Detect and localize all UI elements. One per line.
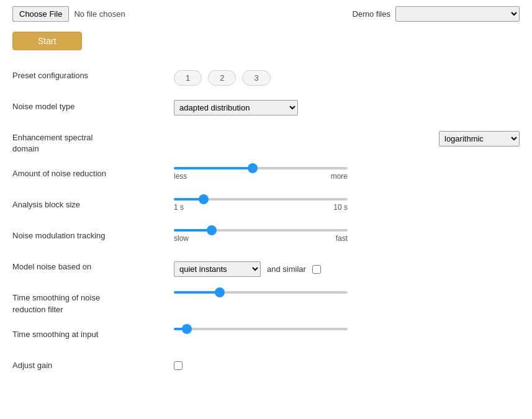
noise-modulation-slider-container: slow fast (174, 229, 348, 243)
noise-modulation-min-label: slow (174, 234, 189, 243)
start-button[interactable]: Start (12, 32, 82, 50)
noise-modulation-control: slow fast (174, 229, 520, 243)
header-left: Choose File No file chosen (12, 6, 125, 22)
noise-model-row: Noise model type adapted distribution st… (12, 94, 520, 125)
enhancement-spectral-row: Enhancement spectral domain logarithmic … (12, 125, 520, 161)
time-smoothing-input-control (174, 328, 520, 330)
noise-modulation-label: Noise modulation tracking (12, 229, 174, 241)
time-smoothing-input-slider-container (174, 328, 348, 330)
model-noise-select[interactable]: quiet instants all instants loudest inst… (174, 261, 261, 277)
time-smoothing-filter-label: Time smoothing of noise reduction filter (12, 291, 174, 315)
analysis-block-slider-container: 1 s 10 s (174, 198, 348, 212)
analysis-block-slider[interactable] (174, 198, 348, 200)
adjust-gain-checkbox[interactable] (174, 361, 183, 370)
start-button-container: Start (12, 32, 520, 63)
noise-reduction-control: less more (174, 167, 520, 181)
time-smoothing-filter-row: Time smoothing of noise reduction filter (12, 285, 520, 321)
model-noise-row: Model noise based on quiet instants all … (12, 254, 520, 285)
noise-modulation-slider[interactable] (174, 229, 348, 232)
preset-button-1[interactable]: 1 (174, 70, 202, 86)
noise-modulation-row: Noise modulation tracking slow fast (12, 223, 520, 254)
and-similar-checkbox[interactable] (312, 265, 321, 274)
noise-reduction-row: Amount of noise reduction less more (12, 161, 520, 192)
time-smoothing-input-row: Time smoothing at input (12, 322, 520, 353)
adjust-gain-label: Adjust gain (12, 359, 174, 371)
noise-reduction-labels: less more (174, 172, 348, 181)
noise-reduction-min-label: less (174, 172, 187, 181)
analysis-block-control: 1 s 10 s (174, 198, 520, 212)
adjust-gain-row: Adjust gain (12, 353, 520, 384)
noise-reduction-slider-container: less more (174, 167, 348, 181)
enhancement-spectral-label: Enhancement spectral domain (12, 131, 174, 155)
time-smoothing-input-slider[interactable] (174, 328, 348, 330)
demo-files-select[interactable] (395, 6, 520, 22)
noise-reduction-max-label: more (331, 172, 348, 181)
time-smoothing-filter-slider-container (174, 291, 348, 294)
analysis-block-row: Analysis block size 1 s 10 s (12, 192, 520, 223)
analysis-block-label: Analysis block size (12, 198, 174, 210)
noise-reduction-label: Amount of noise reduction (12, 167, 174, 179)
preset-control: 1 2 3 (174, 69, 520, 86)
noise-modulation-labels: slow fast (174, 234, 348, 243)
preset-button-2[interactable]: 2 (208, 70, 236, 86)
model-noise-control: quiet instants all instants loudest inst… (174, 260, 520, 277)
and-similar-label: and similar (267, 264, 306, 274)
header-right: Demo files (353, 6, 520, 22)
preset-button-3[interactable]: 3 (242, 70, 270, 86)
preset-label: Preset configurations (12, 69, 174, 81)
choose-file-button[interactable]: Choose File (12, 6, 69, 22)
noise-reduction-slider[interactable] (174, 167, 348, 169)
no-file-label: No file chosen (74, 9, 125, 19)
analysis-block-labels: 1 s 10 s (174, 203, 348, 212)
noise-model-select[interactable]: adapted distribution static dynamic (174, 100, 298, 115)
preset-row: Preset configurations 1 2 3 (12, 63, 520, 94)
time-smoothing-input-label: Time smoothing at input (12, 328, 174, 340)
analysis-block-min-label: 1 s (174, 203, 184, 212)
time-smoothing-filter-slider[interactable] (174, 291, 348, 294)
model-noise-label: Model noise based on (12, 260, 174, 273)
model-noise-inner-control: quiet instants all instants loudest inst… (174, 261, 520, 277)
enhancement-spectral-control: logarithmic linear (174, 131, 520, 146)
preset-buttons: 1 2 3 (174, 70, 520, 86)
settings-container: Preset configurations 1 2 3 Noise model … (12, 63, 520, 384)
time-smoothing-filter-control (174, 291, 520, 294)
demo-files-label: Demo files (353, 9, 390, 19)
noise-modulation-max-label: fast (336, 234, 348, 243)
adjust-gain-control (174, 359, 520, 370)
analysis-block-max-label: 10 s (333, 203, 348, 212)
header-row: Choose File No file chosen Demo files (12, 6, 520, 22)
noise-model-label: Noise model type (12, 100, 174, 112)
noise-model-control: adapted distribution static dynamic (174, 100, 520, 115)
enhancement-spectral-select[interactable]: logarithmic linear (439, 131, 520, 146)
